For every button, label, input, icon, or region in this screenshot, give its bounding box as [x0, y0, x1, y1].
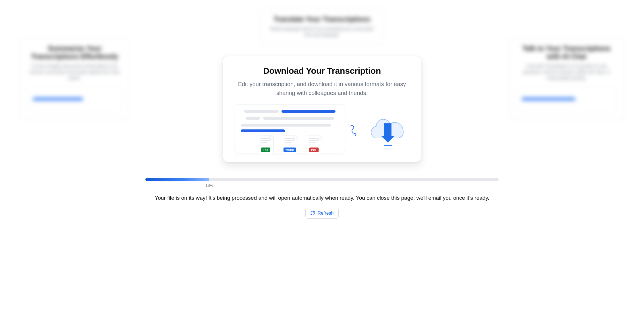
status-message: Your file is on its way! It's being proc…: [155, 194, 489, 202]
bg-card-mock: [28, 86, 121, 112]
download-card-subtitle: Edit your transcription, and download it…: [235, 80, 409, 98]
background-features-blurred: Summarize Your Transcriptions Effortless…: [0, 0, 644, 326]
bg-card-desc: Convert lengthy discussion transcription…: [28, 63, 121, 81]
progress-percent-label: 18%: [205, 183, 213, 188]
bg-card-mock: [517, 86, 616, 112]
bg-card-title: Translate Your Transcriptions: [269, 15, 375, 23]
bg-card-title: Summarize Your Transcriptions Effortless…: [28, 44, 121, 61]
bg-card-ai-chat: Talk to Your Transcriptions with AI Chat…: [509, 37, 624, 119]
refresh-icon: [310, 211, 315, 216]
download-card: Download Your Transcription Edit your tr…: [223, 56, 421, 162]
file-format-txt: TXT: [258, 135, 274, 154]
bg-card-summarize: Summarize Your Transcriptions Effortless…: [20, 37, 129, 119]
format-badge-pdf: PDF: [309, 148, 319, 152]
bg-card-translate: Translate Your Transcriptions Break lang…: [260, 8, 384, 45]
bg-card-desc: Chat with Transkriptor's AI assistant to…: [517, 63, 616, 81]
bg-card-desc: Break language barriers by translating y…: [269, 26, 375, 38]
svg-rect-1: [384, 145, 392, 146]
progress-section: 18% Your file is on its way! It's being …: [0, 178, 644, 219]
download-illustration: TXT WORD PDF: [235, 104, 409, 153]
format-badge-word: WORD: [284, 148, 296, 152]
svg-rect-0: [384, 123, 392, 136]
format-badge-txt: TXT: [261, 148, 270, 152]
document-preview: TXT WORD PDF: [235, 104, 345, 153]
arrow-swirl-icon: [349, 123, 359, 140]
file-format-row: TXT WORD PDF: [235, 135, 345, 154]
bg-card-title: Talk to Your Transcriptions with AI Chat: [517, 44, 616, 61]
download-card-title: Download Your Transcription: [235, 66, 409, 76]
progress-bar-fill: [145, 178, 209, 181]
file-format-word: WORD: [282, 135, 298, 154]
cloud-download-icon: [363, 107, 409, 150]
file-format-pdf: PDF: [306, 135, 322, 154]
refresh-button[interactable]: Refresh: [305, 208, 338, 219]
refresh-button-label: Refresh: [317, 211, 333, 216]
progress-bar: [145, 178, 499, 181]
